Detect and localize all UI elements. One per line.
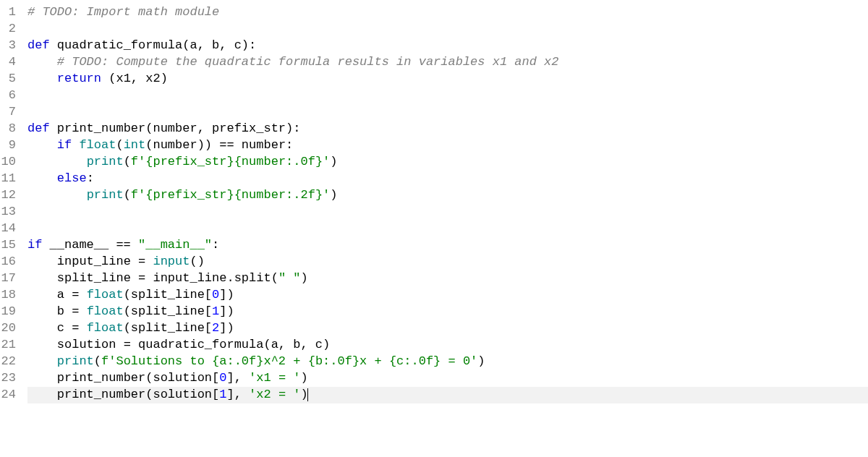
code-line-17[interactable]: split_line = input_line.split(" ") xyxy=(27,270,868,287)
code-text: ( xyxy=(271,271,278,285)
code-line-9[interactable]: if float(int(number)) == number: xyxy=(27,137,868,154)
code-text: input_line = xyxy=(57,255,153,268)
code-text: (split_line[ xyxy=(124,321,212,335)
line-number: 6 xyxy=(0,87,16,104)
code-line-8[interactable]: def print_number(number, prefix_str): xyxy=(27,121,868,137)
code-text: ( xyxy=(116,138,123,152)
comment-text: # TODO: Compute the quadratic formula re… xyxy=(57,55,559,69)
keyword-else: else xyxy=(57,171,87,185)
line-number: 9 xyxy=(0,137,16,154)
function-name: print_number xyxy=(57,121,145,135)
number-literal: 1 xyxy=(212,304,219,318)
text-cursor xyxy=(307,388,308,401)
function-call: print_number xyxy=(57,371,145,385)
params: (number, prefix_str): xyxy=(145,121,300,135)
fstring-prefix: f xyxy=(101,354,109,368)
line-number: 2 xyxy=(0,21,16,38)
code-line-10[interactable]: print(f'{prefix_str}{number:.0f}') xyxy=(27,154,868,171)
code-text: ]) xyxy=(219,304,234,318)
string-literal: 'x1 = ' xyxy=(249,371,300,385)
line-number: 22 xyxy=(0,354,16,370)
code-line-6[interactable] xyxy=(27,87,868,104)
number-literal: 1 xyxy=(219,388,226,401)
code-line-18[interactable]: a = float(split_line[0]) xyxy=(27,287,868,304)
builtin-print: print xyxy=(87,155,124,168)
code-line-13[interactable] xyxy=(27,204,868,221)
code-text: (split_line[ xyxy=(124,288,212,302)
code-text: ( xyxy=(124,155,131,168)
code-line-20[interactable]: c = float(split_line[2]) xyxy=(27,320,868,337)
code-text: b = xyxy=(57,304,87,318)
line-number: 12 xyxy=(0,187,16,204)
code-text: ( xyxy=(94,354,101,368)
fstring-prefix: f xyxy=(131,155,138,168)
line-number-gutter: 1 2 3 4 5 6 7 8 9 10 11 12 13 14 15 16 1… xyxy=(0,0,23,457)
code-text: ) xyxy=(301,371,308,385)
code-text: (number)) == number: xyxy=(145,138,293,152)
keyword-def: def xyxy=(27,38,50,52)
line-number: 11 xyxy=(0,171,16,187)
code-text: ( xyxy=(124,188,131,202)
code-line-16[interactable]: input_line = input() xyxy=(27,254,868,270)
params: (a, b, c): xyxy=(182,38,256,52)
code-line-14[interactable] xyxy=(27,221,868,237)
code-line-22[interactable]: print(f'Solutions to {a:.0f}x^2 + {b:.0f… xyxy=(27,354,868,370)
line-number: 3 xyxy=(0,38,16,54)
function-name: quadratic_formula xyxy=(57,38,182,52)
code-line-2[interactable] xyxy=(27,21,868,38)
code-text: ) xyxy=(477,354,485,368)
code-line-12[interactable]: print(f'{prefix_str}{number:.2f}') xyxy=(27,187,868,204)
line-number: 7 xyxy=(0,104,16,121)
code-line-7[interactable] xyxy=(27,104,868,121)
string-literal: " " xyxy=(278,271,301,285)
keyword-return: return xyxy=(57,72,101,85)
builtin-float: float xyxy=(79,138,116,152)
number-literal: 0 xyxy=(212,288,219,302)
code-text: ) xyxy=(330,155,337,168)
code-editor[interactable]: 1 2 3 4 5 6 7 8 9 10 11 12 13 14 15 16 1… xyxy=(0,0,868,457)
code-text: ) xyxy=(330,188,337,202)
fstring-prefix: f xyxy=(131,188,138,202)
code-text: ) xyxy=(300,271,307,285)
code-line-4[interactable]: # TODO: Compute the quadratic formula re… xyxy=(27,54,868,71)
code-line-24-current[interactable]: print_number(solution[1], 'x2 = ') xyxy=(27,387,868,403)
code-line-21[interactable]: solution = quadratic_formula(a, b, c) xyxy=(27,337,868,354)
code-line-3[interactable]: def quadratic_formula(a, b, c): xyxy=(27,38,868,54)
line-number: 4 xyxy=(0,54,16,71)
code-line-15[interactable]: if __name__ == "__main__": xyxy=(27,237,868,254)
line-number: 8 xyxy=(0,121,16,137)
keyword-def: def xyxy=(27,121,50,135)
line-number: 18 xyxy=(0,287,16,304)
code-line-19[interactable]: b = float(split_line[1]) xyxy=(27,304,868,320)
code-text: : xyxy=(87,171,94,185)
line-number: 24 xyxy=(0,387,16,403)
code-content[interactable]: # TODO: Import math module def quadratic… xyxy=(23,0,868,457)
line-number: 14 xyxy=(0,221,16,237)
method-split: split xyxy=(234,271,271,285)
code-text: (x1, x2) xyxy=(101,72,168,85)
line-number: 20 xyxy=(0,320,16,337)
line-number: 5 xyxy=(0,71,16,87)
builtin-int: int xyxy=(124,138,146,152)
code-text: () xyxy=(190,255,204,268)
code-line-23[interactable]: print_number(solution[0], 'x1 = ') xyxy=(27,370,868,387)
keyword-if: if xyxy=(57,138,72,152)
code-text: ]) xyxy=(219,321,234,335)
function-call: print_number xyxy=(57,388,145,401)
code-text: (solution[ xyxy=(145,371,219,385)
keyword-if: if xyxy=(27,238,42,252)
code-text: ]) xyxy=(219,288,234,302)
code-text: a = xyxy=(57,288,87,302)
string-literal: "__main__" xyxy=(138,238,212,252)
builtin-float: float xyxy=(87,321,124,335)
code-line-1[interactable]: # TODO: Import math module xyxy=(27,4,868,21)
line-number: 13 xyxy=(0,204,16,221)
builtin-print: print xyxy=(57,354,94,368)
code-line-11[interactable]: else: xyxy=(27,171,868,187)
code-line-5[interactable]: return (x1, x2) xyxy=(27,71,868,87)
line-number: 21 xyxy=(0,337,16,354)
line-number: 1 xyxy=(0,4,16,21)
builtin-float: float xyxy=(87,304,124,318)
string-literal: 'x2 = ' xyxy=(249,388,300,401)
code-text: solution = quadratic_formula(a, b, c) xyxy=(57,338,330,351)
